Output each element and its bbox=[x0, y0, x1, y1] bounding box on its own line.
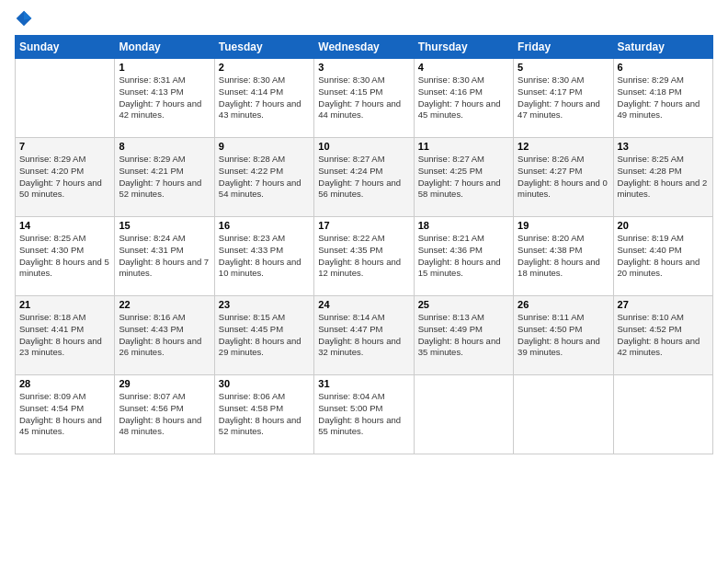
calendar-cell: 6Sunrise: 8:29 AMSunset: 4:18 PMDaylight… bbox=[613, 59, 712, 138]
day-number: 17 bbox=[318, 220, 409, 231]
day-info: Sunrise: 8:09 AMSunset: 4:54 PMDaylight:… bbox=[19, 391, 110, 438]
day-number: 27 bbox=[618, 299, 709, 310]
calendar-cell: 20Sunrise: 8:19 AMSunset: 4:40 PMDayligh… bbox=[613, 217, 712, 296]
day-number: 18 bbox=[418, 220, 509, 231]
calendar-cell: 17Sunrise: 8:22 AMSunset: 4:35 PMDayligh… bbox=[314, 217, 414, 296]
day-info: Sunrise: 8:23 AMSunset: 4:33 PMDaylight:… bbox=[219, 233, 310, 280]
day-info: Sunrise: 8:04 AMSunset: 5:00 PMDaylight:… bbox=[318, 391, 409, 438]
day-info: Sunrise: 8:25 AMSunset: 4:28 PMDaylight:… bbox=[618, 154, 709, 201]
day-number: 26 bbox=[518, 299, 609, 310]
calendar-cell: 7Sunrise: 8:29 AMSunset: 4:20 PMDaylight… bbox=[16, 138, 115, 217]
day-info: Sunrise: 8:25 AMSunset: 4:30 PMDaylight:… bbox=[19, 233, 110, 280]
calendar-cell: 26Sunrise: 8:11 AMSunset: 4:50 PMDayligh… bbox=[514, 296, 613, 375]
day-number: 9 bbox=[219, 141, 310, 152]
day-info: Sunrise: 8:28 AMSunset: 4:22 PMDaylight:… bbox=[219, 154, 310, 201]
weekday-header-sunday: Sunday bbox=[16, 36, 115, 59]
calendar-cell: 25Sunrise: 8:13 AMSunset: 4:49 PMDayligh… bbox=[414, 296, 513, 375]
day-info: Sunrise: 8:30 AMSunset: 4:14 PMDaylight:… bbox=[219, 75, 310, 121]
calendar-cell: 2Sunrise: 8:30 AMSunset: 4:14 PMDaylight… bbox=[214, 59, 313, 138]
day-info: Sunrise: 8:15 AMSunset: 4:45 PMDaylight:… bbox=[219, 312, 310, 359]
calendar-cell: 18Sunrise: 8:21 AMSunset: 4:36 PMDayligh… bbox=[414, 217, 513, 296]
day-info: Sunrise: 8:14 AMSunset: 4:47 PMDaylight:… bbox=[318, 312, 409, 359]
weekday-header-monday: Monday bbox=[115, 36, 214, 59]
calendar-cell: 4Sunrise: 8:30 AMSunset: 4:16 PMDaylight… bbox=[414, 59, 513, 138]
calendar-cell: 31Sunrise: 8:04 AMSunset: 5:00 PMDayligh… bbox=[314, 375, 414, 454]
day-info: Sunrise: 8:10 AMSunset: 4:52 PMDaylight:… bbox=[618, 312, 709, 359]
day-info: Sunrise: 8:07 AMSunset: 4:56 PMDaylight:… bbox=[119, 391, 210, 438]
calendar-cell: 14Sunrise: 8:25 AMSunset: 4:30 PMDayligh… bbox=[16, 217, 115, 296]
day-number: 28 bbox=[19, 378, 110, 389]
day-info: Sunrise: 8:29 AMSunset: 4:21 PMDaylight:… bbox=[119, 154, 210, 201]
day-info: Sunrise: 8:26 AMSunset: 4:27 PMDaylight:… bbox=[518, 154, 609, 201]
day-info: Sunrise: 8:22 AMSunset: 4:35 PMDaylight:… bbox=[318, 233, 409, 280]
calendar-cell: 3Sunrise: 8:30 AMSunset: 4:15 PMDaylight… bbox=[314, 59, 414, 138]
day-number: 29 bbox=[119, 378, 210, 389]
day-number: 13 bbox=[618, 141, 709, 152]
day-number: 3 bbox=[318, 62, 409, 73]
day-number: 14 bbox=[19, 220, 110, 231]
logo bbox=[15, 9, 37, 28]
header bbox=[15, 9, 713, 28]
calendar-cell bbox=[613, 375, 712, 454]
calendar-cell: 27Sunrise: 8:10 AMSunset: 4:52 PMDayligh… bbox=[613, 296, 712, 375]
day-info: Sunrise: 8:29 AMSunset: 4:18 PMDaylight:… bbox=[618, 75, 709, 121]
day-info: Sunrise: 8:30 AMSunset: 4:16 PMDaylight:… bbox=[418, 75, 509, 121]
calendar-cell: 29Sunrise: 8:07 AMSunset: 4:56 PMDayligh… bbox=[115, 375, 214, 454]
day-info: Sunrise: 8:11 AMSunset: 4:50 PMDaylight:… bbox=[518, 312, 609, 359]
day-info: Sunrise: 8:27 AMSunset: 4:24 PMDaylight:… bbox=[318, 154, 409, 201]
calendar-cell bbox=[414, 375, 513, 454]
day-number: 23 bbox=[219, 299, 310, 310]
day-info: Sunrise: 8:19 AMSunset: 4:40 PMDaylight:… bbox=[618, 233, 709, 280]
svg-marker-1 bbox=[24, 11, 31, 20]
day-number: 6 bbox=[618, 62, 709, 73]
day-info: Sunrise: 8:31 AMSunset: 4:13 PMDaylight:… bbox=[119, 75, 210, 121]
calendar-cell: 5Sunrise: 8:30 AMSunset: 4:17 PMDaylight… bbox=[514, 59, 613, 138]
day-info: Sunrise: 8:20 AMSunset: 4:38 PMDaylight:… bbox=[518, 233, 609, 280]
page: SundayMondayTuesdayWednesdayThursdayFrid… bbox=[0, 0, 728, 563]
weekday-header-thursday: Thursday bbox=[414, 36, 513, 59]
day-number: 8 bbox=[119, 141, 210, 152]
day-number: 19 bbox=[518, 220, 609, 231]
day-info: Sunrise: 8:21 AMSunset: 4:36 PMDaylight:… bbox=[418, 233, 509, 280]
day-info: Sunrise: 8:30 AMSunset: 4:17 PMDaylight:… bbox=[518, 75, 609, 121]
logo-icon bbox=[15, 9, 33, 28]
day-info: Sunrise: 8:13 AMSunset: 4:49 PMDaylight:… bbox=[418, 312, 509, 359]
calendar-week-4: 21Sunrise: 8:18 AMSunset: 4:41 PMDayligh… bbox=[16, 296, 713, 375]
calendar-cell: 10Sunrise: 8:27 AMSunset: 4:24 PMDayligh… bbox=[314, 138, 414, 217]
calendar-cell: 16Sunrise: 8:23 AMSunset: 4:33 PMDayligh… bbox=[214, 217, 313, 296]
calendar-cell: 8Sunrise: 8:29 AMSunset: 4:21 PMDaylight… bbox=[115, 138, 214, 217]
day-number: 25 bbox=[418, 299, 509, 310]
weekday-header-row: SundayMondayTuesdayWednesdayThursdayFrid… bbox=[16, 36, 713, 59]
day-info: Sunrise: 8:16 AMSunset: 4:43 PMDaylight:… bbox=[119, 312, 210, 359]
day-number: 15 bbox=[119, 220, 210, 231]
calendar-cell: 19Sunrise: 8:20 AMSunset: 4:38 PMDayligh… bbox=[514, 217, 613, 296]
weekday-header-wednesday: Wednesday bbox=[314, 36, 414, 59]
weekday-header-friday: Friday bbox=[514, 36, 613, 59]
weekday-header-saturday: Saturday bbox=[613, 36, 712, 59]
day-number: 1 bbox=[119, 62, 210, 73]
day-number: 22 bbox=[119, 299, 210, 310]
calendar-cell: 22Sunrise: 8:16 AMSunset: 4:43 PMDayligh… bbox=[115, 296, 214, 375]
calendar-cell: 9Sunrise: 8:28 AMSunset: 4:22 PMDaylight… bbox=[214, 138, 313, 217]
day-number: 20 bbox=[618, 220, 709, 231]
calendar-cell: 24Sunrise: 8:14 AMSunset: 4:47 PMDayligh… bbox=[314, 296, 414, 375]
day-info: Sunrise: 8:24 AMSunset: 4:31 PMDaylight:… bbox=[119, 233, 210, 280]
day-info: Sunrise: 8:27 AMSunset: 4:25 PMDaylight:… bbox=[418, 154, 509, 201]
calendar-table: SundayMondayTuesdayWednesdayThursdayFrid… bbox=[15, 35, 713, 454]
day-number: 7 bbox=[19, 141, 110, 152]
weekday-header-tuesday: Tuesday bbox=[214, 36, 313, 59]
calendar-cell: 15Sunrise: 8:24 AMSunset: 4:31 PMDayligh… bbox=[115, 217, 214, 296]
calendar-cell: 1Sunrise: 8:31 AMSunset: 4:13 PMDaylight… bbox=[115, 59, 214, 138]
calendar-cell: 12Sunrise: 8:26 AMSunset: 4:27 PMDayligh… bbox=[514, 138, 613, 217]
day-number: 12 bbox=[518, 141, 609, 152]
day-info: Sunrise: 8:29 AMSunset: 4:20 PMDaylight:… bbox=[19, 154, 110, 201]
day-number: 10 bbox=[318, 141, 409, 152]
calendar-cell bbox=[16, 59, 115, 138]
day-info: Sunrise: 8:30 AMSunset: 4:15 PMDaylight:… bbox=[318, 75, 409, 121]
day-number: 11 bbox=[418, 141, 509, 152]
day-number: 21 bbox=[19, 299, 110, 310]
calendar-cell: 13Sunrise: 8:25 AMSunset: 4:28 PMDayligh… bbox=[613, 138, 712, 217]
day-number: 31 bbox=[318, 378, 409, 389]
day-info: Sunrise: 8:06 AMSunset: 4:58 PMDaylight:… bbox=[219, 391, 310, 438]
calendar-week-2: 7Sunrise: 8:29 AMSunset: 4:20 PMDaylight… bbox=[16, 138, 713, 217]
